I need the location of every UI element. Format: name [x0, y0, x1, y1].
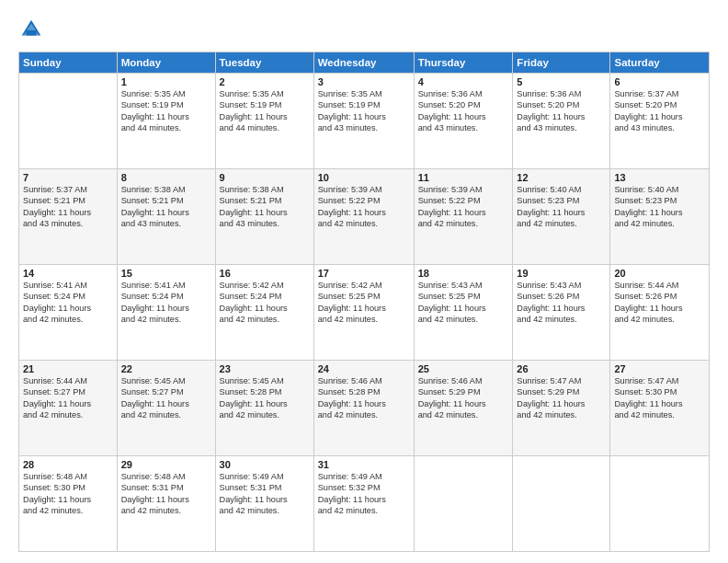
- day-number: 31: [318, 459, 410, 470]
- day-info: Sunrise: 5:36 AM Sunset: 5:20 PM Dayligh…: [517, 88, 606, 134]
- day-number: 25: [418, 363, 509, 374]
- calendar-cell: [513, 456, 610, 552]
- calendar-cell: 7Sunrise: 5:37 AM Sunset: 5:21 PM Daylig…: [19, 169, 118, 265]
- day-info: Sunrise: 5:49 AM Sunset: 5:31 PM Dayligh…: [220, 471, 310, 517]
- calendar-cell: [19, 74, 118, 169]
- day-number: 5: [517, 76, 606, 87]
- calendar-cell: 13Sunrise: 5:40 AM Sunset: 5:23 PM Dayli…: [610, 169, 710, 265]
- day-number: 29: [121, 459, 211, 470]
- calendar-cell: [610, 456, 710, 552]
- day-number: 15: [121, 268, 211, 279]
- day-number: 10: [318, 172, 410, 183]
- calendar-cell: 18Sunrise: 5:43 AM Sunset: 5:25 PM Dayli…: [414, 265, 513, 361]
- day-info: Sunrise: 5:49 AM Sunset: 5:32 PM Dayligh…: [318, 471, 410, 517]
- logo: [18, 17, 48, 42]
- day-info: Sunrise: 5:44 AM Sunset: 5:26 PM Dayligh…: [614, 280, 705, 326]
- day-number: 11: [418, 172, 509, 183]
- calendar-cell: 21Sunrise: 5:44 AM Sunset: 5:27 PM Dayli…: [19, 361, 118, 456]
- day-info: Sunrise: 5:42 AM Sunset: 5:25 PM Dayligh…: [318, 280, 410, 326]
- calendar-cell: 12Sunrise: 5:40 AM Sunset: 5:23 PM Dayli…: [513, 169, 610, 265]
- day-number: 30: [220, 459, 310, 470]
- day-info: Sunrise: 5:43 AM Sunset: 5:25 PM Dayligh…: [418, 280, 509, 326]
- day-info: Sunrise: 5:36 AM Sunset: 5:20 PM Dayligh…: [418, 88, 509, 134]
- calendar-cell: [414, 456, 513, 552]
- day-number: 23: [220, 363, 310, 374]
- col-header-saturday: Saturday: [610, 52, 710, 74]
- day-info: Sunrise: 5:41 AM Sunset: 5:24 PM Dayligh…: [23, 280, 113, 326]
- calendar-header-row: SundayMondayTuesdayWednesdayThursdayFrid…: [19, 52, 710, 74]
- col-header-friday: Friday: [513, 52, 610, 74]
- calendar-cell: 26Sunrise: 5:47 AM Sunset: 5:29 PM Dayli…: [513, 361, 610, 456]
- calendar-cell: 17Sunrise: 5:42 AM Sunset: 5:25 PM Dayli…: [313, 265, 414, 361]
- day-number: 18: [418, 268, 509, 279]
- calendar-cell: 24Sunrise: 5:46 AM Sunset: 5:28 PM Dayli…: [313, 361, 414, 456]
- calendar-cell: 30Sunrise: 5:49 AM Sunset: 5:31 PM Dayli…: [215, 456, 313, 552]
- calendar-cell: 3Sunrise: 5:35 AM Sunset: 5:19 PM Daylig…: [313, 74, 414, 169]
- calendar-cell: 1Sunrise: 5:35 AM Sunset: 5:19 PM Daylig…: [117, 74, 215, 169]
- day-info: Sunrise: 5:45 AM Sunset: 5:27 PM Dayligh…: [121, 375, 211, 421]
- day-info: Sunrise: 5:40 AM Sunset: 5:23 PM Dayligh…: [614, 184, 705, 230]
- day-number: 4: [418, 76, 509, 87]
- calendar-cell: 8Sunrise: 5:38 AM Sunset: 5:21 PM Daylig…: [117, 169, 215, 265]
- header: [18, 17, 710, 42]
- calendar-cell: 23Sunrise: 5:45 AM Sunset: 5:28 PM Dayli…: [215, 361, 313, 456]
- calendar-cell: 25Sunrise: 5:46 AM Sunset: 5:29 PM Dayli…: [414, 361, 513, 456]
- day-info: Sunrise: 5:38 AM Sunset: 5:21 PM Dayligh…: [121, 184, 211, 230]
- day-info: Sunrise: 5:48 AM Sunset: 5:30 PM Dayligh…: [23, 471, 113, 517]
- day-info: Sunrise: 5:39 AM Sunset: 5:22 PM Dayligh…: [318, 184, 410, 230]
- day-info: Sunrise: 5:42 AM Sunset: 5:24 PM Dayligh…: [220, 280, 310, 326]
- day-number: 21: [23, 363, 113, 374]
- calendar-cell: 10Sunrise: 5:39 AM Sunset: 5:22 PM Dayli…: [313, 169, 414, 265]
- day-info: Sunrise: 5:47 AM Sunset: 5:29 PM Dayligh…: [517, 375, 606, 421]
- calendar-week-row: 14Sunrise: 5:41 AM Sunset: 5:24 PM Dayli…: [19, 265, 710, 361]
- day-info: Sunrise: 5:41 AM Sunset: 5:24 PM Dayligh…: [121, 280, 211, 326]
- day-info: Sunrise: 5:46 AM Sunset: 5:29 PM Dayligh…: [418, 375, 509, 421]
- calendar-cell: 9Sunrise: 5:38 AM Sunset: 5:21 PM Daylig…: [215, 169, 313, 265]
- logo-icon: [18, 17, 44, 42]
- day-number: 26: [517, 363, 606, 374]
- day-info: Sunrise: 5:38 AM Sunset: 5:21 PM Dayligh…: [220, 184, 310, 230]
- day-number: 7: [23, 172, 113, 183]
- page: SundayMondayTuesdayWednesdayThursdayFrid…: [0, 0, 728, 563]
- calendar-cell: 27Sunrise: 5:47 AM Sunset: 5:30 PM Dayli…: [610, 361, 710, 456]
- day-number: 6: [614, 76, 705, 87]
- col-header-wednesday: Wednesday: [313, 52, 414, 74]
- day-info: Sunrise: 5:35 AM Sunset: 5:19 PM Dayligh…: [220, 88, 310, 134]
- day-info: Sunrise: 5:47 AM Sunset: 5:30 PM Dayligh…: [614, 375, 705, 421]
- calendar-week-row: 21Sunrise: 5:44 AM Sunset: 5:27 PM Dayli…: [19, 361, 710, 456]
- calendar-cell: 14Sunrise: 5:41 AM Sunset: 5:24 PM Dayli…: [19, 265, 118, 361]
- day-number: 13: [614, 172, 705, 183]
- day-number: 16: [220, 268, 310, 279]
- day-info: Sunrise: 5:40 AM Sunset: 5:23 PM Dayligh…: [517, 184, 606, 230]
- day-number: 20: [614, 268, 705, 279]
- day-number: 12: [517, 172, 606, 183]
- day-number: 9: [220, 172, 310, 183]
- day-number: 19: [517, 268, 606, 279]
- calendar-cell: 19Sunrise: 5:43 AM Sunset: 5:26 PM Dayli…: [513, 265, 610, 361]
- svg-rect-2: [26, 30, 36, 36]
- day-info: Sunrise: 5:45 AM Sunset: 5:28 PM Dayligh…: [220, 375, 310, 421]
- calendar-cell: 20Sunrise: 5:44 AM Sunset: 5:26 PM Dayli…: [610, 265, 710, 361]
- col-header-monday: Monday: [117, 52, 215, 74]
- calendar-cell: 22Sunrise: 5:45 AM Sunset: 5:27 PM Dayli…: [117, 361, 215, 456]
- calendar-cell: 5Sunrise: 5:36 AM Sunset: 5:20 PM Daylig…: [513, 74, 610, 169]
- calendar-cell: 4Sunrise: 5:36 AM Sunset: 5:20 PM Daylig…: [414, 74, 513, 169]
- day-info: Sunrise: 5:48 AM Sunset: 5:31 PM Dayligh…: [121, 471, 211, 517]
- day-number: 8: [121, 172, 211, 183]
- day-number: 17: [318, 268, 410, 279]
- col-header-tuesday: Tuesday: [215, 52, 313, 74]
- day-info: Sunrise: 5:46 AM Sunset: 5:28 PM Dayligh…: [318, 375, 410, 421]
- col-header-sunday: Sunday: [19, 52, 118, 74]
- calendar-week-row: 28Sunrise: 5:48 AM Sunset: 5:30 PM Dayli…: [19, 456, 710, 552]
- day-info: Sunrise: 5:37 AM Sunset: 5:20 PM Dayligh…: [614, 88, 705, 134]
- col-header-thursday: Thursday: [414, 52, 513, 74]
- calendar-table: SundayMondayTuesdayWednesdayThursdayFrid…: [18, 52, 710, 552]
- day-number: 27: [614, 363, 705, 374]
- day-info: Sunrise: 5:35 AM Sunset: 5:19 PM Dayligh…: [318, 88, 410, 134]
- day-info: Sunrise: 5:37 AM Sunset: 5:21 PM Dayligh…: [23, 184, 113, 230]
- day-number: 1: [121, 76, 211, 87]
- calendar-cell: 31Sunrise: 5:49 AM Sunset: 5:32 PM Dayli…: [313, 456, 414, 552]
- day-number: 28: [23, 459, 113, 470]
- day-number: 2: [220, 76, 310, 87]
- day-number: 24: [318, 363, 410, 374]
